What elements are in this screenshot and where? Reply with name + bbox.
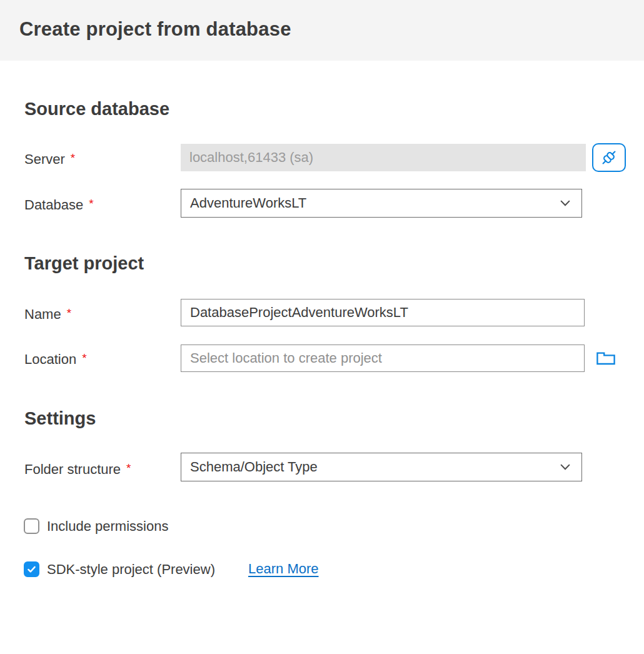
project-name-input[interactable]	[181, 299, 585, 326]
required-asterisk: *	[67, 306, 71, 319]
page-title: Create project from database	[19, 18, 291, 41]
database-label: Database*	[24, 196, 94, 213]
folder-structure-dropdown[interactable]: Schema/Object Type	[181, 453, 582, 481]
sdk-style-project-checkbox[interactable]	[24, 561, 39, 577]
name-label: Name*	[24, 305, 71, 323]
learn-more-link[interactable]: Learn More	[248, 561, 319, 577]
include-permissions-label[interactable]: Include permissions	[47, 518, 168, 534]
chevron-down-icon	[558, 196, 572, 210]
folder-structure-dropdown-value: Schema/Object Type	[190, 459, 318, 475]
connect-plug-icon	[598, 147, 620, 168]
include-permissions-checkbox[interactable]	[24, 518, 39, 534]
chevron-down-icon	[558, 460, 572, 474]
checkmark-icon	[26, 564, 37, 575]
required-asterisk: *	[82, 351, 86, 365]
server-input[interactable]	[181, 144, 586, 171]
required-asterisk: *	[126, 461, 131, 475]
create-project-dialog: Create project from database Source data…	[0, 0, 644, 654]
section-heading-target-project: Target project	[24, 253, 144, 274]
required-asterisk: *	[89, 197, 93, 210]
database-dropdown-value: AdventureWorksLT	[190, 195, 306, 211]
dialog-header: Create project from database	[0, 0, 644, 61]
connect-button[interactable]	[592, 143, 626, 172]
section-heading-source-database: Source database	[24, 99, 169, 119]
location-label: Location*	[24, 350, 87, 368]
folder-structure-label: Folder structure*	[24, 460, 131, 478]
database-dropdown[interactable]: AdventureWorksLT	[181, 189, 582, 218]
sdk-style-project-label[interactable]: SDK-style project (Preview)	[47, 561, 215, 577]
location-input[interactable]	[181, 345, 585, 372]
folder-icon	[595, 348, 616, 367]
section-heading-settings: Settings	[24, 408, 96, 429]
browse-location-button[interactable]	[594, 347, 618, 368]
server-label: Server*	[24, 150, 75, 168]
required-asterisk: *	[71, 151, 75, 164]
